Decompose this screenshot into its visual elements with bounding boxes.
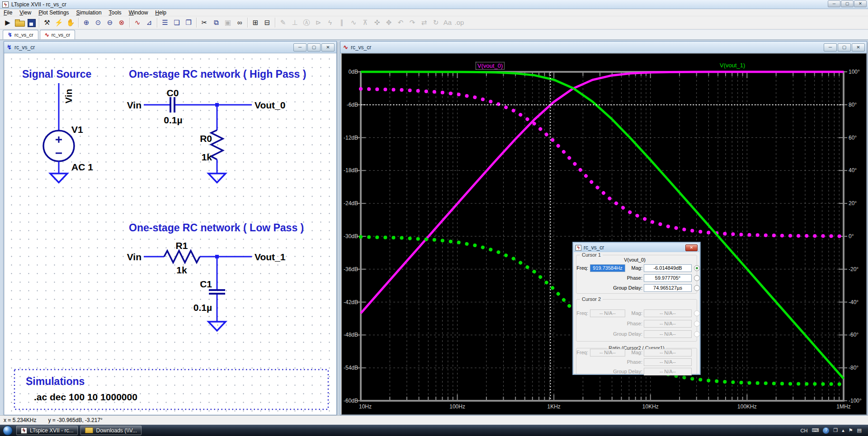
taskbar-button-downloads[interactable]: Downloads (\\V... bbox=[80, 426, 141, 435]
cursor2-phase-radio[interactable] bbox=[694, 321, 700, 327]
run-simulation-button[interactable]: ⚡ bbox=[53, 17, 65, 28]
language-indicator[interactable]: CH bbox=[801, 428, 808, 433]
cursor1-mag-field[interactable]: -6.014849dB bbox=[644, 264, 692, 272]
menu-simulation[interactable]: Simulation bbox=[73, 9, 105, 16]
cursor2-mag-field: -- N/A-- bbox=[644, 309, 692, 317]
show-hidden-icons[interactable]: ▴ bbox=[842, 427, 844, 433]
cursor1-gd-radio[interactable] bbox=[694, 285, 700, 291]
maximize-button[interactable]: ▢ bbox=[841, 0, 854, 7]
trace-label-vout0[interactable]: V(vout_0) bbox=[476, 62, 505, 70]
cut-button[interactable]: ✂ bbox=[198, 17, 210, 28]
schematic-canvas[interactable]: Signal Source One-stage RC network ( Hig… bbox=[5, 53, 336, 415]
mdi-client-area: ↯ rc_vs_cr ─ ▢ ✕ Signal Source One-stage… bbox=[0, 40, 868, 415]
close-button[interactable]: ✕ bbox=[852, 43, 865, 52]
rotate-button: ↻ bbox=[430, 17, 442, 28]
net-label-vout1[interactable]: Vout_1 bbox=[255, 252, 286, 262]
find-button[interactable]: ∞ bbox=[234, 17, 245, 28]
zoom-out-button[interactable]: ⊖ bbox=[104, 17, 116, 28]
net-label-vin-lp[interactable]: Vin bbox=[127, 252, 142, 262]
c1-name-label[interactable]: C1 bbox=[200, 279, 212, 289]
undo-button: ↶ bbox=[395, 17, 406, 28]
minimize-button[interactable]: ─ bbox=[828, 0, 840, 7]
control-panel-button[interactable]: ⚒ bbox=[41, 17, 53, 28]
c0-capacitor[interactable] bbox=[170, 97, 175, 113]
cursor2-gd-label: Group Delay: bbox=[602, 330, 642, 338]
action-center-icon[interactable]: ⚑ bbox=[849, 427, 853, 433]
net-label-vin-hp[interactable]: Vin bbox=[127, 100, 142, 110]
y-right-tick-label: -40° bbox=[849, 299, 859, 305]
document-tab-bar: ↯ rc_vs_cr ∿ rc_vs_cr bbox=[0, 30, 868, 40]
c0-name-label[interactable]: C0 bbox=[167, 88, 179, 98]
minimize-button[interactable]: ─ bbox=[293, 43, 307, 52]
close-button[interactable]: ✕ bbox=[854, 0, 867, 7]
heading-high-pass: One-stage RC network ( High Pass ) bbox=[129, 68, 306, 80]
autorange-button[interactable]: ∿ bbox=[132, 17, 143, 28]
zoom-full-extents-button[interactable]: ⊗ bbox=[116, 17, 127, 28]
trace-label-vout1[interactable]: V(vout_1) bbox=[720, 62, 745, 69]
cursor1-phase-radio[interactable] bbox=[694, 275, 700, 281]
net-label-vout0[interactable]: Vout_0 bbox=[255, 100, 285, 110]
schematic-window-titlebar[interactable]: ↯ rc_vs_cr ─ ▢ ✕ bbox=[4, 42, 336, 53]
menu-window[interactable]: Window bbox=[125, 9, 152, 16]
save-button[interactable] bbox=[25, 17, 37, 28]
cursor1-gd-field[interactable]: 74.965127µs bbox=[644, 284, 692, 292]
menu-tools[interactable]: Tools bbox=[105, 9, 125, 16]
help-icon[interactable]: ? bbox=[823, 427, 829, 434]
plot-settings-button[interactable]: ⊿ bbox=[143, 17, 155, 28]
cursor1-mag-radio[interactable] bbox=[694, 265, 700, 271]
tile-windows-button[interactable]: ☰ bbox=[159, 17, 171, 28]
x-tick-label: 10KHz bbox=[642, 403, 659, 410]
network-icon[interactable]: ▤ bbox=[857, 427, 862, 433]
new-window-button[interactable]: ❐ bbox=[183, 17, 194, 28]
tab-schematic[interactable]: ↯ rc_vs_cr bbox=[3, 30, 38, 39]
spice-directive-text[interactable]: .ac dec 100 10 1000000 bbox=[34, 392, 137, 402]
cursor-dialog: ϟ rc_vs_cr ✕ Cursor 1 V(vout_0) Freq: 91… bbox=[572, 242, 701, 375]
r1-resistor[interactable] bbox=[164, 251, 200, 263]
cascade-windows-button[interactable]: ❏ bbox=[171, 17, 183, 28]
keyboard-icon[interactable]: ⌨ bbox=[811, 427, 819, 433]
r0-name-label[interactable]: R0 bbox=[200, 133, 212, 144]
copy-button[interactable]: ⧉ bbox=[210, 17, 222, 28]
restore-button[interactable]: ▢ bbox=[838, 43, 851, 52]
window-switcher-icon[interactable]: ❐ bbox=[833, 427, 838, 433]
menu-file[interactable]: File bbox=[0, 9, 16, 16]
hp-wires bbox=[144, 103, 252, 107]
run-button[interactable]: ▶ bbox=[2, 17, 14, 28]
c0-value-label[interactable]: 0.1µ bbox=[164, 115, 182, 125]
minimize-button[interactable]: ─ bbox=[824, 43, 837, 52]
menu-plot-settings[interactable]: Plot Settings bbox=[35, 9, 72, 16]
y-left-tick-label: -54dB bbox=[344, 365, 358, 371]
cursor2-mag-radio[interactable] bbox=[694, 310, 700, 316]
c1-value-label[interactable]: 0.1µ bbox=[193, 302, 212, 313]
zoom-area-button[interactable]: ⊙ bbox=[92, 17, 104, 28]
toolbar-separator bbox=[247, 18, 248, 28]
close-button[interactable]: ✕ bbox=[321, 43, 335, 52]
ltspice-app-icon: ϟ bbox=[2, 1, 9, 8]
menu-help[interactable]: Help bbox=[151, 9, 170, 16]
r1-name-label[interactable]: R1 bbox=[176, 240, 188, 251]
r0-value-label[interactable]: 1k bbox=[202, 152, 212, 162]
taskbar-button-label: LTspice XVII - rc... bbox=[30, 427, 73, 434]
start-button[interactable] bbox=[3, 426, 13, 436]
r1-value-label[interactable]: 1k bbox=[176, 265, 187, 275]
menu-view[interactable]: View bbox=[16, 9, 35, 16]
print-preview-button[interactable]: ⊟ bbox=[261, 17, 273, 28]
cursor1-freq-label: Freq: bbox=[574, 264, 588, 272]
zoom-in-button[interactable]: ⊕ bbox=[80, 17, 92, 28]
v1-value-label[interactable]: AC 1 bbox=[71, 162, 93, 172]
restore-button[interactable]: ▢ bbox=[307, 43, 321, 52]
tab-waveform[interactable]: ∿ rc_vs_cr bbox=[40, 30, 75, 39]
cursor2-gd-radio[interactable] bbox=[694, 331, 700, 337]
cursor-dialog-titlebar[interactable]: ϟ rc_vs_cr ✕ bbox=[574, 243, 699, 252]
print-button[interactable]: ⊞ bbox=[250, 17, 261, 28]
cursor1-gd-label: Group Delay: bbox=[602, 284, 642, 291]
net-label-vin-source[interactable]: Vin bbox=[63, 89, 74, 103]
v1-name-label[interactable]: V1 bbox=[71, 124, 83, 135]
open-button[interactable] bbox=[14, 17, 25, 28]
r0-resistor[interactable] bbox=[211, 105, 223, 173]
waveform-window-titlebar[interactable]: ∿ rc_vs_cr ─ ▢ ✕ bbox=[340, 42, 867, 53]
spice-directive-button: .op bbox=[453, 17, 465, 28]
cursor1-phase-field[interactable]: 59.977705° bbox=[644, 274, 692, 282]
taskbar-button-ltspice[interactable]: ϟ LTspice XVII - rc... bbox=[16, 426, 78, 435]
close-icon[interactable]: ✕ bbox=[685, 244, 698, 251]
